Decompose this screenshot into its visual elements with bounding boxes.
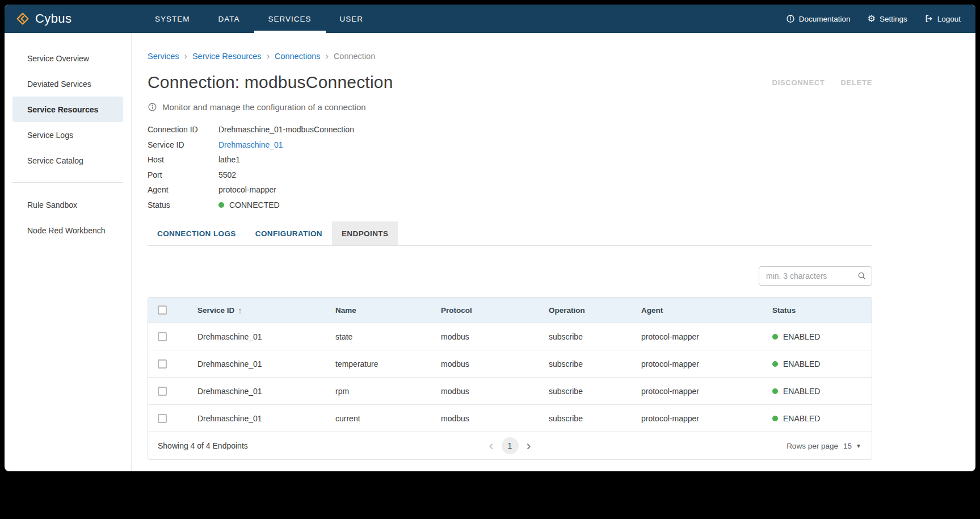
sidebar-divider [12, 182, 123, 183]
main-nav: SYSTEM DATA SERVICES USER [141, 5, 377, 33]
main-content: Services › Service Resources › Connectio… [132, 33, 975, 471]
status-dot-icon [772, 388, 778, 394]
cell-protocol: modbus [432, 414, 540, 423]
breadcrumb: Services › Service Resources › Connectio… [148, 51, 872, 61]
row-checkbox[interactable] [158, 414, 167, 423]
disconnect-button[interactable]: DISCONNECT [772, 78, 825, 87]
logout-button[interactable]: Logout [924, 14, 961, 23]
cell-name: current [326, 414, 432, 423]
cell-operation: subscribe [540, 414, 632, 423]
sidebar-item-service-overview[interactable]: Service Overview [12, 45, 123, 71]
caret-down-icon: ▾ [857, 442, 860, 450]
rows-per-page-value: 15 [843, 442, 852, 450]
column-label: Service ID [197, 306, 234, 315]
cell-status: ENABLED [763, 359, 872, 369]
row-checkbox[interactable] [158, 387, 167, 396]
column-header-protocol[interactable]: Protocol [432, 306, 540, 315]
column-header-agent[interactable]: Agent [632, 306, 763, 315]
nav-tab-user[interactable]: USER [326, 5, 378, 33]
page-title: Connection: modbusConnection [148, 73, 393, 92]
documentation-label: Documentation [799, 15, 851, 23]
status-dot-icon [772, 416, 778, 421]
status-badge: ENABLED [772, 387, 820, 396]
page-1-button[interactable]: 1 [502, 437, 519, 454]
cell-agent: protocol-mapper [632, 414, 763, 423]
tab-configuration[interactable]: CONFIGURATION [246, 221, 332, 245]
service-id-link[interactable]: Drehmaschine_01 [218, 140, 283, 149]
page-subtitle: Monitor and manage the configuration of … [148, 102, 872, 112]
sidebar-item-service-catalog[interactable]: Service Catalog [12, 148, 123, 173]
settings-link[interactable]: ⚙ Settings [868, 14, 907, 23]
documentation-link[interactable]: Documentation [786, 14, 851, 23]
sidebar-item-service-resources[interactable]: Service Resources [12, 97, 123, 122]
cell-status: ENABLED [763, 387, 872, 396]
breadcrumb-connections[interactable]: Connections [275, 52, 321, 61]
status-badge: ENABLED [772, 414, 820, 423]
nav-tab-system[interactable]: SYSTEM [141, 5, 204, 33]
table-row[interactable]: Drehmaschine_01 current modbus subscribe… [148, 404, 872, 432]
detail-label: Connection ID [148, 125, 218, 134]
column-header-status[interactable]: Status [763, 306, 872, 315]
cell-name: temperature [326, 359, 432, 369]
row-checkbox[interactable] [158, 359, 167, 369]
cell-status: ENABLED [763, 414, 872, 423]
detail-agent: Agent protocol-mapper [148, 182, 872, 198]
column-header-service-id[interactable]: Service ID ↑ [188, 305, 326, 315]
sidebar-item-rule-sandbox[interactable]: Rule Sandbox [12, 192, 123, 217]
brand[interactable]: Cybus [5, 5, 133, 33]
table-row[interactable]: Drehmaschine_01 state modbus subscribe p… [148, 323, 872, 350]
nav-tab-services[interactable]: SERVICES [254, 5, 326, 33]
cell-service-id: Drehmaschine_01 [188, 387, 326, 396]
sidebar-item-node-red-workbench[interactable]: Node Red Workbench [12, 217, 123, 243]
sort-asc-icon[interactable]: ↑ [238, 305, 242, 315]
subtitle-text: Monitor and manage the configuration of … [162, 102, 366, 112]
breadcrumb-services[interactable]: Services [148, 52, 179, 61]
info-icon [148, 102, 157, 112]
chevron-right-icon: › [267, 51, 270, 61]
table-row[interactable]: Drehmaschine_01 temperature modbus subsc… [148, 350, 872, 377]
next-page-icon[interactable]: › [527, 439, 531, 453]
table-header-row: Service ID ↑ Name Protocol Operation Age… [148, 298, 872, 323]
row-checkbox[interactable] [158, 332, 167, 341]
cell-protocol: modbus [432, 387, 540, 396]
search-icon[interactable] [857, 271, 867, 281]
cell-service-id: Drehmaschine_01 [188, 359, 326, 369]
detail-label: Status [148, 200, 218, 210]
info-icon [786, 14, 795, 23]
sidebar: Service Overview Deviated Services Servi… [5, 33, 132, 471]
tab-endpoints[interactable]: ENDPOINTS [332, 221, 398, 245]
status-badge: ENABLED [772, 332, 820, 341]
status-text: ENABLED [783, 359, 820, 369]
delete-button[interactable]: DELETE [841, 78, 872, 87]
detail-connection-id: Connection ID Drehmaschine_01-modbusConn… [148, 122, 872, 137]
search-input[interactable] [759, 266, 872, 286]
cell-protocol: modbus [432, 332, 540, 341]
nav-tab-data[interactable]: DATA [204, 5, 254, 33]
column-header-operation[interactable]: Operation [540, 306, 632, 315]
logout-label: Logout [937, 15, 961, 23]
column-header-name[interactable]: Name [326, 306, 432, 315]
table-row[interactable]: Drehmaschine_01 rpm modbus subscribe pro… [148, 377, 872, 404]
select-all-checkbox[interactable] [158, 305, 167, 315]
connection-status-badge: CONNECTED [218, 200, 280, 210]
port-value: 5502 [218, 170, 236, 179]
detail-label: Service ID [148, 140, 218, 149]
cell-agent: protocol-mapper [632, 359, 763, 369]
sidebar-item-deviated-services[interactable]: Deviated Services [12, 71, 123, 97]
breadcrumb-service-resources[interactable]: Service Resources [192, 52, 262, 61]
tab-connection-logs[interactable]: CONNECTION LOGS [148, 221, 246, 245]
gear-icon: ⚙ [868, 14, 876, 23]
detail-port: Port 5502 [148, 168, 872, 183]
status-text: CONNECTED [229, 200, 280, 210]
detail-label: Host [148, 155, 218, 164]
breadcrumb-current: Connection [334, 52, 375, 61]
previous-page-icon[interactable]: ‹ [489, 439, 494, 453]
agent-value: protocol-mapper [218, 185, 276, 194]
sidebar-item-service-logs[interactable]: Service Logs [12, 122, 123, 148]
rows-per-page-select[interactable]: Rows per page 15 ▾ [786, 442, 872, 450]
brand-name: Cybus [35, 11, 71, 26]
status-text: ENABLED [783, 414, 820, 423]
settings-label: Settings [880, 15, 907, 23]
host-value: lathe1 [218, 155, 240, 164]
top-navbar: Cybus SYSTEM DATA SERVICES USER Document… [5, 5, 975, 33]
